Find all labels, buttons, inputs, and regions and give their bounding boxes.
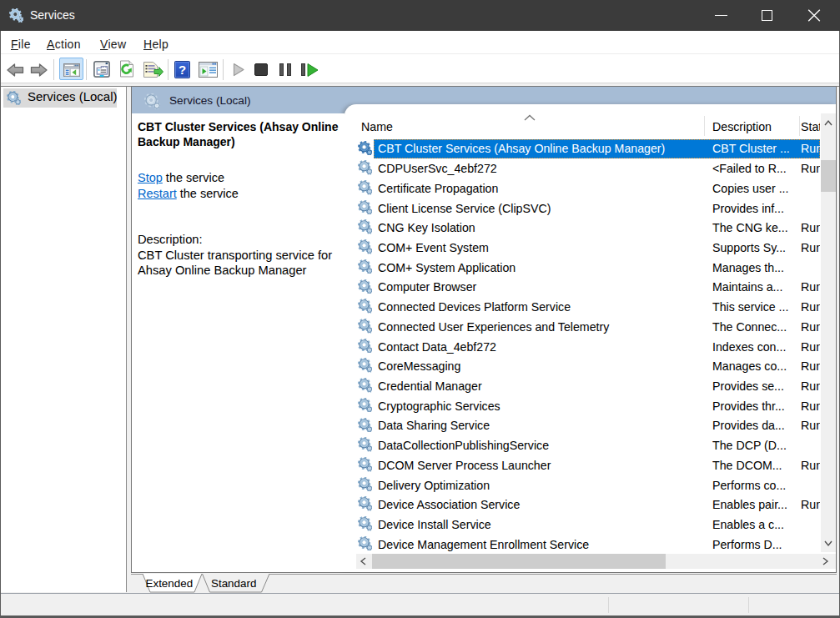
svg-text:?: ? (179, 63, 186, 77)
svg-text:Standard: Standard (211, 577, 256, 590)
svg-text:Extended: Extended (146, 577, 194, 590)
